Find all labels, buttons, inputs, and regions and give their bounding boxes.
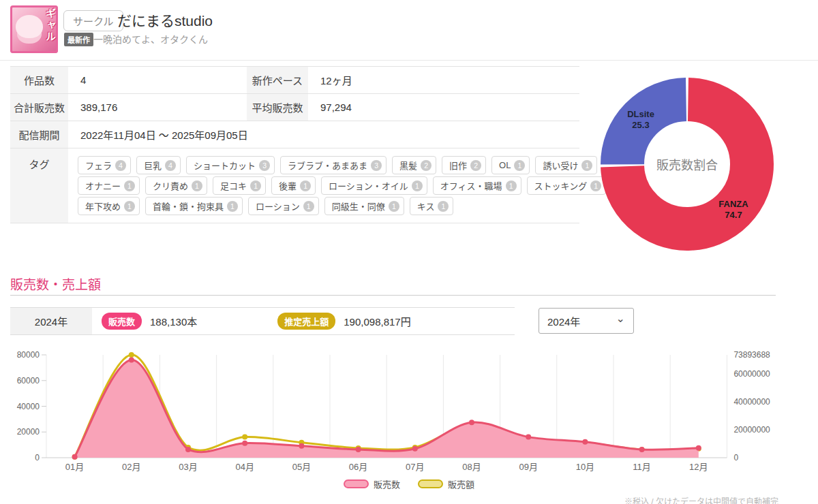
tag-name: オナニー bbox=[85, 179, 121, 192]
legend-swatch-sales bbox=[344, 479, 369, 488]
y-axis-label-right: 0 bbox=[733, 453, 738, 462]
tag-count-badge: 1 bbox=[506, 180, 517, 191]
tag-count-badge: 3 bbox=[259, 160, 270, 171]
tag-count-badge: 1 bbox=[389, 201, 399, 212]
tag-pill[interactable]: ラブラブ・あまあま3 bbox=[280, 156, 387, 174]
tag-pill[interactable]: 首輪・鎖・拘束具1 bbox=[145, 197, 243, 215]
estimated-revenue-value: 190,098,817円 bbox=[344, 314, 410, 328]
data-point-販売額[interactable] bbox=[129, 352, 134, 358]
stat-value-period: 2022年11月04日 ～ 2025年09月05日 bbox=[68, 121, 579, 148]
chevron-down-icon: ⌄ bbox=[616, 313, 625, 324]
estimated-revenue-badge: 推定売上額 bbox=[277, 313, 335, 330]
tag-count-badge: 1 bbox=[124, 180, 135, 191]
tag-name: OL bbox=[499, 160, 511, 170]
tag-pill[interactable]: 後輩1 bbox=[271, 176, 316, 195]
tag-pill[interactable]: フェラ4 bbox=[78, 156, 131, 174]
legend-item-sales[interactable]: 販売数 bbox=[344, 477, 400, 490]
tag-pill[interactable]: オナニー1 bbox=[78, 176, 140, 195]
data-point-販売数[interactable] bbox=[526, 435, 531, 440]
latest-work-title[interactable]: 一晩泊めてよ、オタクくん bbox=[93, 32, 208, 46]
tag-name: フェラ bbox=[85, 159, 112, 172]
tag-pill[interactable]: 旧作2 bbox=[442, 156, 486, 174]
stat-label-works: 作品数 bbox=[10, 67, 68, 93]
studio-avatar: ギャル bbox=[10, 5, 58, 53]
x-axis-label: 06月 bbox=[349, 462, 367, 472]
tag-name: 年下攻め bbox=[85, 200, 121, 212]
tag-row: 年下攻め1首輪・鎖・拘束具1ローション1同級生・同僚1キス1 bbox=[78, 197, 611, 215]
table-row: 配信期間 2022年11月04日 ～ 2025年09月05日 bbox=[10, 121, 579, 148]
tag-pill[interactable]: オフィス・職場1 bbox=[433, 176, 521, 195]
header: ギャル サークル だにまるstudio 最新作 一晩泊めてよ、オタクくん bbox=[0, 0, 818, 61]
x-axis-label: 03月 bbox=[179, 462, 197, 472]
data-point-販売数[interactable] bbox=[696, 445, 701, 451]
stat-label-total-sales: 合計販売数 bbox=[10, 94, 68, 121]
data-point-販売数[interactable] bbox=[356, 447, 361, 452]
tag-pill[interactable]: 黒髪2 bbox=[392, 156, 436, 174]
y-axis-label-left: 60000 bbox=[17, 376, 40, 385]
summary-year: 2024年 bbox=[10, 308, 92, 334]
data-point-販売数[interactable] bbox=[299, 443, 304, 449]
sales-share-donut-chart: 販売数割合 DLsite25.3 FANZA74.7 bbox=[595, 65, 779, 263]
data-point-販売数[interactable] bbox=[582, 439, 588, 445]
stat-label-tags: タグ bbox=[10, 148, 68, 223]
tag-name: ショートカット bbox=[194, 159, 256, 172]
x-axis-label: 05月 bbox=[292, 462, 311, 472]
x-axis-label: 04月 bbox=[235, 462, 254, 472]
donut-center-label: 販売数割合 bbox=[595, 155, 779, 173]
tag-name: ローション・オイル bbox=[329, 179, 408, 192]
year-summary-bar: 2024年 販売数 188,130本 推定売上額 190,098,817円 bbox=[10, 307, 515, 335]
tag-count-badge: 1 bbox=[581, 160, 592, 171]
donut-label-dlsite: DLsite25.3 bbox=[610, 109, 671, 131]
tag-count-badge: 1 bbox=[412, 180, 423, 191]
year-select[interactable]: 2024年 ⌄ bbox=[539, 308, 634, 334]
tag-count-badge: 1 bbox=[300, 180, 311, 191]
tag-name: 足コキ bbox=[220, 179, 247, 192]
data-point-販売数[interactable] bbox=[72, 454, 78, 460]
tag-count-badge: 2 bbox=[470, 160, 481, 171]
data-point-販売数[interactable] bbox=[129, 358, 134, 363]
tag-count-badge: 1 bbox=[250, 180, 261, 191]
tag-name: ローション bbox=[256, 200, 300, 212]
data-point-販売数[interactable] bbox=[185, 447, 191, 452]
tag-pill[interactable]: 同級生・同僚1 bbox=[324, 197, 404, 215]
tag-pill[interactable]: 巨乳4 bbox=[136, 156, 181, 174]
legend-swatch-revenue bbox=[418, 479, 443, 488]
latest-work-badge: 最新作 bbox=[64, 33, 93, 46]
tag-count-badge: 4 bbox=[165, 160, 176, 171]
stat-value-works: 4 bbox=[68, 67, 247, 93]
page-title: だにまるstudio bbox=[117, 10, 213, 30]
data-point-販売額[interactable] bbox=[242, 435, 247, 440]
tag-pill[interactable]: キス1 bbox=[410, 197, 454, 215]
tag-name: オフィス・職場 bbox=[440, 179, 502, 192]
tag-pill[interactable]: OL1 bbox=[491, 156, 530, 174]
circle-type-label: サークル bbox=[63, 10, 123, 31]
tag-pill[interactable]: ストッキング1 bbox=[527, 176, 607, 195]
tag-name: 黒髪 bbox=[399, 159, 417, 172]
y-axis-label-right: 20000000 bbox=[733, 425, 770, 435]
stat-value-total-sales: 389,176 bbox=[68, 94, 247, 121]
tag-count-badge: 1 bbox=[303, 201, 314, 212]
tag-pill[interactable]: 年下攻め1 bbox=[78, 197, 140, 215]
tag-pill[interactable]: ローション・オイル1 bbox=[321, 176, 427, 195]
tag-row: フェラ4巨乳4ショートカット3ラブラブ・あまあま3黒髪2旧作2OL1誘い受け1 bbox=[78, 156, 611, 174]
tag-name: ストッキング bbox=[534, 179, 588, 192]
legend-item-revenue[interactable]: 販売額 bbox=[418, 477, 474, 490]
data-point-販売数[interactable] bbox=[242, 441, 247, 446]
tag-pill[interactable]: ショートカット3 bbox=[186, 156, 275, 174]
table-row: 合計販売数 389,176 平均販売数 97,294 bbox=[10, 93, 579, 121]
data-point-販売数[interactable] bbox=[469, 420, 474, 425]
data-point-販売数[interactable] bbox=[412, 446, 418, 452]
tag-pill[interactable]: ローション1 bbox=[248, 197, 319, 215]
data-point-販売数[interactable] bbox=[639, 447, 645, 452]
tag-pill[interactable]: クリ責め1 bbox=[145, 176, 207, 195]
tag-pill[interactable]: 足コキ1 bbox=[213, 176, 266, 195]
page: ギャル サークル だにまるstudio 最新作 一晩泊めてよ、オタクくん 作品数… bbox=[0, 0, 818, 504]
stat-value-avg-sales: 97,294 bbox=[308, 94, 579, 121]
tag-count-badge: 1 bbox=[227, 201, 238, 212]
tag-pill[interactable]: 誘い受け1 bbox=[535, 156, 597, 174]
table-row-tags: タグ フェラ4巨乳4ショートカット3ラブラブ・あまあま3黒髪2旧作2OL1誘い受… bbox=[10, 148, 579, 223]
y-axis-label-left: 40000 bbox=[17, 402, 40, 411]
y-axis-label-left: 20000 bbox=[17, 427, 40, 437]
tag-count-badge: 3 bbox=[371, 160, 382, 171]
tag-count-badge: 4 bbox=[115, 160, 126, 171]
